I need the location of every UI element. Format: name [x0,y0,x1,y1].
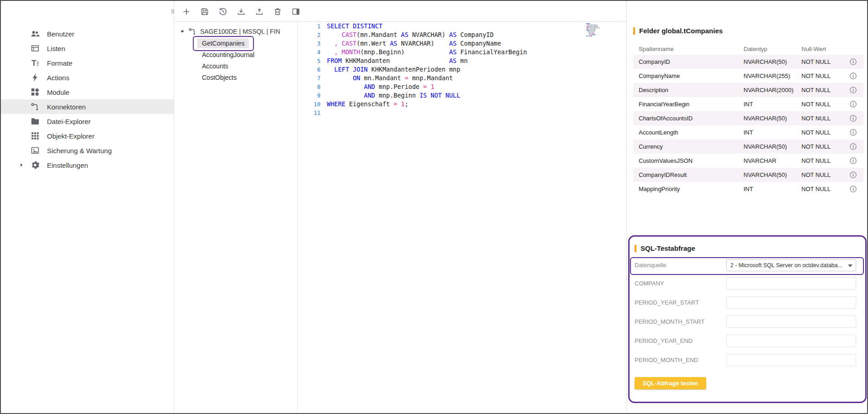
info-icon[interactable] [849,171,857,179]
download-button[interactable] [233,4,249,19]
test-sql-button[interactable]: SQL-Abfrage testen [635,377,706,389]
code-line: 9 AND mnp.Beginn IS NOT NULL [298,91,626,100]
history-button[interactable] [215,4,231,19]
datasource-select[interactable]: 2 - Microsoft SQL Server on octdev.datab… [726,259,856,271]
tree-item-accounts[interactable]: Accounts [174,60,297,72]
tree-root-item[interactable]: SAGE100DE | MSSQL | FIN [174,26,297,37]
param-input-period-month-end[interactable] [726,354,856,366]
info-icon[interactable] [849,157,857,165]
field-type: NVARCHAR(50) [738,140,796,154]
sidebar: BenutzerListenFormateActionsModuleKonnek… [1,1,174,413]
panel-resize-handle-icon[interactable] [168,7,177,16]
field-type: NVARCHAR [738,154,796,168]
tree-item-label: Accounts [197,61,233,71]
field-name: CompanyName [633,69,738,83]
test-panel-header: SQL-Testabfrage [635,244,695,252]
datasource-label: Datenquelle [635,262,666,269]
line-number: 5 [298,57,327,65]
code-lines: 1SELECT DISTINCT2 CAST(mn.Mandant AS NVA… [298,22,626,117]
list-icon [31,44,40,53]
field-name: Description [633,83,738,97]
sidebar-item-objekt-explorer[interactable]: Objekt-Explorer [1,129,174,143]
param-label: PERIOD_MONTH_END [635,357,698,363]
connector-icon [188,27,196,36]
info-icon[interactable] [849,129,857,136]
expand-caret-icon[interactable] [19,163,31,167]
code-line: 7 ON mn.Mandant = mnp.Mandant [298,74,626,83]
code-line: 1SELECT DISTINCT [298,22,626,31]
info-icon[interactable] [849,185,857,193]
code-line: 3 , CAST(mn.Wert AS NVARCHAR) AS Company… [298,39,626,48]
dropdown-caret-icon [848,264,852,267]
upload-button[interactable] [252,4,267,19]
sidebar-item-konnektoren[interactable]: Konnektoren [1,99,174,114]
param-label: PERIOD_YEAR_START [635,299,699,306]
add-button[interactable] [179,4,194,19]
line-number: 10 [298,100,327,109]
param-row-company: COMPANY [635,277,862,290]
param-label: PERIOD_YEAR_END [635,337,692,344]
field-type: NVARCHAR(2000) [738,83,796,97]
sidebar-item-formate[interactable]: Formate [1,56,174,70]
field-row-accountlength: AccountLengthINTNOT NULL [633,125,863,140]
sidebar-item-benutzer[interactable]: Benutzer [1,26,174,41]
tree-item-getcompanies[interactable]: GetCompanies [174,37,297,49]
sidebar-item-module[interactable]: Module [1,85,174,99]
code-line: 4 , MONTH(mnp.Beginn) AS FinancialYearBe… [298,48,626,57]
line-number: 8 [298,83,327,91]
field-type: NVARCHAR(50) [738,111,796,125]
code-line: 11 [298,109,626,117]
param-input-period-year-end[interactable] [726,335,856,347]
delete-button [270,4,285,19]
sidebar-item-actions[interactable]: Actions [1,70,174,85]
panel-layout-button[interactable] [288,4,304,19]
param-label: COMPANY [635,280,664,287]
info-icon[interactable] [849,86,857,94]
tree-item-accountingjournal[interactable]: AccountingJournal [174,49,297,60]
info-icon[interactable] [849,114,857,122]
sidebar-item-label: Formate [47,59,72,67]
grid-icon [31,131,40,140]
history-icon [218,7,227,16]
sidebar-item-einstellungen[interactable]: Einstellungen [1,158,174,172]
folder-icon [31,117,40,126]
code-line: 10WHERE Eigenschaft = 1; [298,100,626,109]
column-header-datentyp: Datentyp [738,43,796,55]
tree-item-costobjects[interactable]: CostObjects [174,72,297,83]
info-icon[interactable] [849,72,857,80]
param-input-period-month-start[interactable] [726,316,856,328]
info-icon[interactable] [849,100,857,108]
param-input-company[interactable] [726,277,856,290]
field-null: NOT NULL [796,140,840,154]
sidebar-item-datei-explorer[interactable]: Datei-Explorer [1,114,174,129]
field-type: NVARCHAR(50) [738,55,796,69]
param-label: PERIOD_MONTH_START [635,318,704,325]
column-header-info [840,43,863,55]
column-header-null-wert: Null-Wert [796,43,840,55]
sql-editor[interactable]: 1SELECT DISTINCT2 CAST(mn.Mandant AS NVA… [297,22,626,413]
sidebar-item-listen[interactable]: Listen [1,41,174,56]
info-icon[interactable] [849,58,857,66]
sidebar-item-label: Actions [47,74,69,82]
fields-table: SpaltennameDatentypNull-Wert CompanyIDNV… [633,43,863,196]
field-null: NOT NULL [796,55,840,69]
line-number: 7 [298,74,327,83]
field-null: NOT NULL [796,125,840,140]
accent-bar [633,27,635,35]
field-name: Currency [633,140,738,154]
sidebar-item-sicherung-wartung[interactable]: Sicherung & Wartung [1,143,174,158]
save-icon [200,7,209,16]
info-icon[interactable] [849,143,857,150]
param-row-period-year-start: PERIOD_YEAR_START [635,296,862,309]
fields-panel-header: Felder global.tCompanies [633,27,723,35]
param-input-period-year-start[interactable] [726,296,856,309]
line-number: 2 [298,31,327,39]
lightning-icon [31,73,40,82]
field-null: NOT NULL [796,154,840,168]
line-number: 9 [298,91,327,100]
field-name: CustomValuesJSON [633,154,738,168]
backup-icon [31,146,40,155]
code-line: 2 CAST(mn.Mandant AS NVARCHAR) AS Compan… [298,31,626,39]
tree-children: GetCompaniesAccountingJournalAccountsCos… [174,37,297,83]
editor-minimap[interactable] [586,23,619,38]
